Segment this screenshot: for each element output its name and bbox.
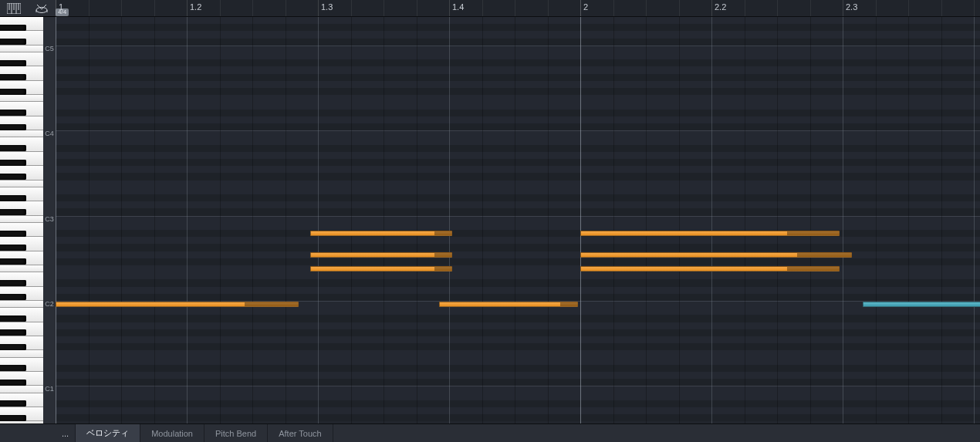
octave-label: C2	[43, 301, 56, 308]
midi-note[interactable]	[310, 231, 452, 236]
octave-label: C1	[43, 386, 56, 393]
tab-modulation[interactable]: Modulation	[140, 424, 204, 442]
midi-note[interactable]	[580, 266, 840, 272]
tab-more[interactable]: ...	[56, 424, 76, 442]
midi-note[interactable]	[863, 302, 980, 307]
midi-note[interactable]	[310, 252, 452, 258]
svg-point-6	[36, 7, 47, 12]
note-grid[interactable]	[56, 17, 980, 423]
ruler-label: 1.4	[452, 2, 464, 12]
midi-note[interactable]	[56, 302, 299, 307]
midi-note[interactable]	[580, 231, 840, 236]
octave-labels: C5C4C3C2C1	[43, 17, 56, 423]
octave-label: C4	[43, 130, 56, 137]
controller-lane-tabs: ... ベロシティ Modulation Pitch Bend After To…	[56, 423, 980, 442]
midi-note[interactable]	[310, 266, 452, 272]
piano-keyboard-column: C5C4C3C2C1	[0, 0, 56, 423]
tab-velocity[interactable]: ベロシティ	[76, 424, 140, 442]
piano-roll-editor: { "ruler": { "time_sig": "4/4", "labels"…	[0, 0, 980, 442]
ruler-label: 1	[59, 2, 63, 12]
ruler-label: 2	[583, 2, 588, 12]
ruler-label: 1.3	[321, 2, 333, 12]
midi-note[interactable]	[580, 252, 852, 258]
ruler-label: 2.3	[846, 2, 857, 12]
ruler-label: 1.2	[190, 2, 201, 12]
octave-label: C5	[43, 46, 56, 52]
piano-column-header	[0, 0, 56, 17]
octave-label: C3	[43, 216, 56, 223]
piano-icon[interactable]	[7, 3, 21, 14]
piano-keys[interactable]	[0, 17, 43, 423]
piano-column-footer	[0, 423, 56, 442]
drum-icon[interactable]	[35, 3, 49, 14]
midi-note[interactable]	[439, 302, 578, 307]
ruler-label: 2.2	[715, 2, 726, 12]
timeline-ruler[interactable]: 4/4 11.21.31.422.22.3	[56, 0, 980, 17]
tab-pitch-bend[interactable]: Pitch Bend	[204, 424, 268, 442]
tab-after-touch[interactable]: After Touch	[268, 424, 333, 442]
